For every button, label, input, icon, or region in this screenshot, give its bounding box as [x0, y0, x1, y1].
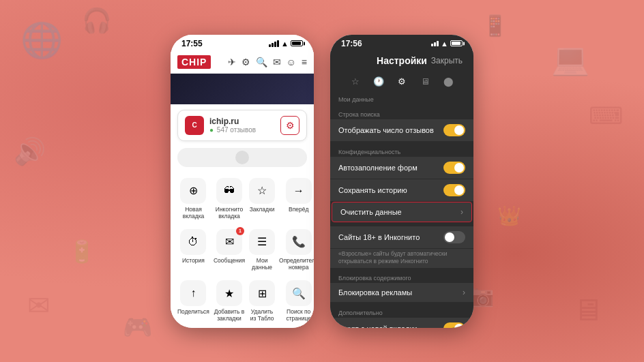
browser-search-bar[interactable] — [177, 148, 307, 167]
time-phone1: 17:55 — [181, 39, 203, 48]
row-save-history[interactable]: Сохранять историю — [330, 179, 473, 202]
settings-header: Настройки Закрыть — [330, 51, 473, 72]
adult-incognito-toggle[interactable] — [443, 231, 465, 243]
tab-gear[interactable]: ⚙ — [392, 74, 412, 89]
menu-item-incognito[interactable]: 🕶 Инкогнито вкладка — [212, 174, 246, 224]
rating-dot: ● — [209, 126, 214, 134]
autofill-toggle[interactable] — [443, 162, 465, 174]
site-settings-button[interactable]: ⚙ — [280, 116, 299, 135]
history-icon: ⏱ — [180, 229, 206, 255]
phone-browser: 17:55 ▲ CHIP ✈ ⚙ — [171, 35, 314, 328]
telegram-icon[interactable]: ✈ — [228, 57, 236, 67]
tab-display[interactable]: 🖥 — [415, 74, 435, 89]
block-ads-label: Блокировка рекламы — [338, 288, 412, 297]
section-additional-label: Дополнительно — [330, 307, 473, 318]
messages-icon: ✉ 1 — [216, 229, 242, 255]
show-reviews-toggle[interactable] — [443, 124, 465, 136]
header-icons: ✈ ⚙ 🔍 ✉ ☺ ≡ — [228, 57, 307, 67]
site-name: ichip.ru — [209, 117, 256, 126]
mail-icon[interactable]: ✉ — [273, 57, 281, 67]
tab-star[interactable]: ☆ — [345, 74, 366, 89]
block-ads-chevron: › — [463, 288, 465, 297]
close-button[interactable]: Закрыть — [431, 56, 463, 65]
menu-item-page-search[interactable]: 🔍 Поиск по странице — [278, 276, 314, 326]
new-tab-label: Новая вкладка — [177, 206, 209, 220]
browser-content: CHIP ✈ ⚙ 🔍 ✉ ☺ ≡ C ichip.ru — [171, 51, 314, 328]
row-clear-data[interactable]: Очистить данные › — [332, 202, 472, 222]
status-icons-phone1: ▲ — [269, 40, 303, 48]
settings-tabs: ☆ 🕐 ⚙ 🖥 ⬤ — [330, 72, 473, 93]
wifi-icon: ▲ — [281, 40, 289, 48]
remove-tablo-label: Удалить из Табло — [249, 308, 275, 322]
site-text: ichip.ru ● 547 отзывов — [209, 117, 256, 134]
time-phone2: 17:56 — [341, 39, 362, 48]
bookmarks-icon: ☆ — [249, 178, 275, 204]
battery-icon — [291, 40, 303, 46]
share-icon: ↑ — [180, 280, 206, 306]
section-blocking-label: Блокировка содержимого — [330, 272, 473, 283]
browser-menu-grid: ⊕ Новая вкладка 🕶 Инкогнито вкладка ☆ За… — [171, 170, 314, 328]
adult-incognito-label: Сайты 18+ в Инкогнито — [338, 233, 420, 241]
phone-settings: 17:56 ▲ Настройки Закрыть ☆ — [330, 35, 473, 328]
dark-banner — [171, 74, 314, 104]
row-block-ads[interactable]: Блокировка рекламы › — [330, 283, 473, 303]
menu-item-share[interactable]: ↑ Поделиться — [176, 276, 211, 326]
row-autofill[interactable]: Автозаполнение форм — [330, 157, 473, 179]
menu-item-messages[interactable]: ✉ 1 Сообщения — [212, 225, 246, 275]
start-new-tab-toggle[interactable] — [443, 322, 465, 328]
site-card: C ichip.ru ● 547 отзывов ⚙ — [177, 110, 307, 141]
menu-item-bookmarks[interactable]: ☆ Закладки — [248, 174, 276, 224]
row-adult-incognito[interactable]: Сайты 18+ в Инкогнито — [330, 226, 473, 249]
row-start-new-tab[interactable]: Старт с новой вкладки — [330, 318, 473, 328]
menu-item-add-bookmark[interactable]: ★ Добавить в закладки — [212, 276, 246, 326]
search-bar-inner — [235, 151, 249, 164]
new-tab-icon: ⊕ — [180, 178, 206, 204]
status-bar-phone2: 17:56 ▲ — [330, 35, 473, 51]
page-search-label: Поиск по странице — [279, 308, 314, 322]
menu-item-forward[interactable]: → Вперёд — [278, 174, 314, 224]
section-privacy-label: Конфиденциальность — [330, 146, 473, 157]
settings-title: Настройки — [377, 55, 427, 66]
site-info: C ichip.ru ● 547 отзывов — [185, 116, 256, 135]
start-new-tab-label: Старт с новой вкладки — [338, 325, 417, 328]
menu-icon[interactable]: ≡ — [302, 57, 307, 67]
menu-item-history[interactable]: ⏱ История — [176, 225, 211, 275]
remove-tablo-icon: ⊞ — [249, 280, 275, 306]
phone-label: Определитель номера — [279, 257, 314, 271]
incognito-icon: 🕶 — [216, 178, 242, 204]
phones-container: 17:55 ▲ CHIP ✈ ⚙ — [171, 35, 473, 328]
menu-item-my-data[interactable]: ☰ Мои данные — [248, 225, 276, 275]
incognito-label: Инкогнито вкладка — [214, 206, 245, 220]
menu-item-new-tab[interactable]: ⊕ Новая вкладка — [176, 174, 211, 224]
my-data-icon: ☰ — [249, 229, 275, 255]
signal-icon-2 — [431, 41, 439, 46]
tab-clock[interactable]: 🕐 — [368, 74, 389, 89]
phone-icon: 📞 — [286, 229, 312, 255]
save-history-label: Сохранять историю — [338, 186, 407, 194]
add-bookmark-label: Добавить в закладки — [214, 308, 245, 322]
signal-icon — [269, 40, 279, 47]
row-show-reviews[interactable]: Отображать число отзывов — [330, 119, 473, 142]
menu-item-phone[interactable]: 📞 Определитель номера — [278, 225, 314, 275]
save-history-toggle[interactable] — [443, 184, 465, 196]
history-label: История — [182, 257, 205, 264]
emoji-icon[interactable]: ☺ — [287, 57, 296, 67]
section-search-label: Строка поиска — [330, 108, 473, 119]
status-bar-phone1: 17:55 ▲ — [171, 35, 314, 51]
battery-icon-2 — [450, 40, 463, 46]
settings-icon[interactable]: ⚙ — [241, 57, 250, 67]
autofill-label: Автозаполнение форм — [338, 164, 418, 172]
share-label: Поделиться — [177, 308, 209, 315]
forward-label: Вперёд — [289, 206, 308, 213]
search-icon[interactable]: 🔍 — [256, 57, 267, 67]
forward-icon: → — [286, 178, 312, 204]
show-reviews-label: Отображать число отзывов — [338, 126, 434, 134]
site-favicon: C — [185, 116, 204, 135]
page-search-icon: 🔍 — [286, 280, 312, 306]
messages-label: Сообщения — [214, 257, 245, 264]
settings-content: Настройки Закрыть ☆ 🕐 ⚙ 🖥 ⬤ Мои данные С… — [330, 51, 473, 328]
menu-item-remove-tablo[interactable]: ⊞ Удалить из Табло — [248, 276, 276, 326]
site-rating: ● 547 отзывов — [209, 126, 256, 134]
messages-badge: 1 — [236, 227, 244, 235]
tab-toggle[interactable]: ⬤ — [438, 74, 458, 89]
